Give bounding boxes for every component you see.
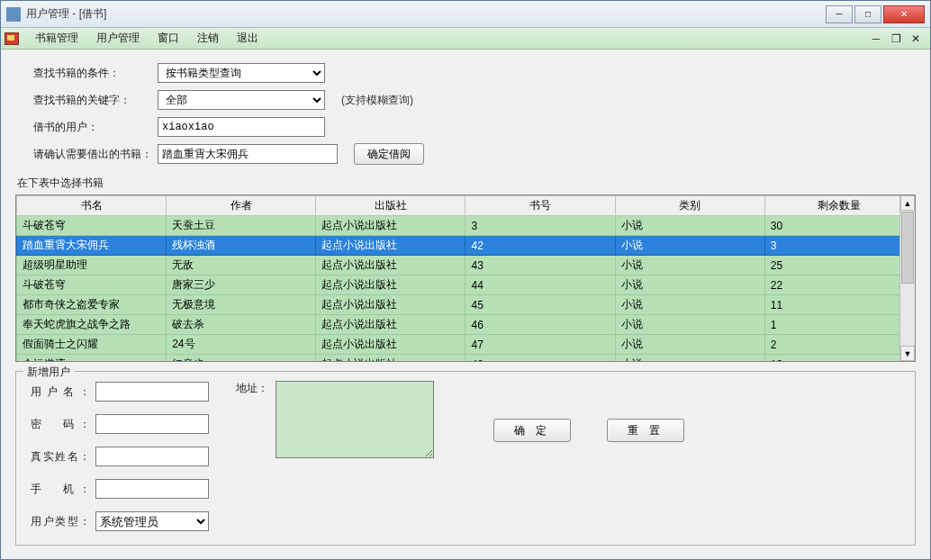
table-cell: 43 (466, 256, 615, 275)
table-cell: 假面骑士之闪耀 (17, 335, 167, 355)
table-cell: 48 (466, 355, 615, 363)
menu-window[interactable]: 窗口 (149, 29, 188, 48)
table-cell: 起点小说出版社 (316, 295, 466, 315)
borrow-user-input[interactable] (158, 117, 325, 137)
table-cell: 都市奇侠之盗爱专家 (17, 295, 167, 315)
menu-logout[interactable]: 注销 (188, 29, 228, 48)
realname-label: 真实姓名： (31, 449, 95, 465)
usertype-combo[interactable]: 系统管理员 (95, 511, 209, 531)
table-cell: 斗破苍穹 (17, 275, 167, 295)
search-panel: 查找书籍的条件： 按书籍类型查询 查找书籍的关键字： 全部 (支持模糊查询) 借… (1, 50, 930, 174)
table-cell: 起点小说出版社 (316, 315, 466, 335)
table-row[interactable]: 超级明星助理无敌起点小说出版社43小说25 (17, 256, 915, 275)
child-form: 查找书籍的条件： 按书籍类型查询 查找书籍的关键字： 全部 (支持模糊查询) 借… (1, 50, 930, 559)
table-cell: 24号 (167, 335, 316, 355)
table-cell: 奉天蛇虎旗之战争之路 (17, 315, 167, 335)
table-cell: 小说 (615, 335, 764, 355)
table-cell: 2 (764, 335, 914, 355)
table-cell: 起点小说出版社 (316, 355, 466, 363)
column-header[interactable]: 书号 (466, 196, 615, 216)
table-cell: 22 (764, 275, 914, 295)
search-keyword-label: 查找书籍的关键字： (33, 93, 158, 108)
book-table[interactable]: 书名作者出版社书号类别剩余数量 斗破苍穹天蚕土豆起点小说出版社3小说30踏血重霄… (16, 195, 915, 362)
reset-button[interactable]: 重置 (607, 419, 684, 442)
table-cell: 无敌 (167, 256, 316, 275)
table-cell: 小说 (615, 275, 764, 295)
table-cell: 起点小说出版社 (316, 275, 466, 295)
menu-book-mgmt[interactable]: 书籍管理 (26, 29, 87, 48)
table-cell: 起点小说出版社 (316, 216, 466, 236)
table-cell: 30 (764, 216, 914, 236)
maximize-button[interactable]: □ (854, 5, 881, 23)
scroll-up-icon[interactable]: ▲ (900, 195, 915, 211)
column-header[interactable]: 作者 (167, 196, 316, 216)
table-cell: 残杯浊酒 (167, 236, 316, 256)
table-cell: 无极意境 (167, 295, 316, 315)
table-row[interactable]: 斗破苍穹唐家三少起点小说出版社44小说22 (17, 275, 915, 295)
table-caption: 在下表中选择书籍 (1, 174, 930, 194)
search-condition-combo[interactable]: 按书籍类型查询 (158, 63, 325, 83)
menu-user-mgmt[interactable]: 用户管理 (87, 29, 149, 48)
column-header[interactable]: 书名 (17, 196, 167, 216)
table-cell: 47 (466, 335, 615, 355)
menu-exit[interactable]: 退出 (228, 29, 267, 48)
app-icon (6, 7, 21, 22)
phone-label: 手 机： (31, 482, 95, 497)
table-cell: 小说 (615, 236, 764, 256)
scroll-down-icon[interactable]: ▼ (900, 346, 915, 361)
table-cell: 1 (764, 315, 914, 335)
table-cell: 超级明星助理 (17, 256, 167, 275)
table-cell: 起点小说出版社 (316, 256, 466, 275)
ok-button[interactable]: 确定 (493, 419, 571, 442)
table-cell: 小说 (615, 315, 764, 335)
table-row[interactable]: 踏血重霄大宋佣兵残杯浊酒起点小说出版社42小说3 (17, 236, 915, 256)
column-header[interactable]: 剩余数量 (764, 196, 914, 216)
table-cell: 红音也 (167, 355, 316, 363)
table-cell: 25 (764, 256, 914, 275)
table-cell: 会运道流 (17, 355, 167, 363)
address-label: 地址： (236, 381, 276, 396)
table-cell: 斗破苍穹 (17, 216, 167, 236)
table-row[interactable]: 奉天蛇虎旗之战争之路破去杀起点小说出版社46小说1 (17, 315, 915, 335)
username-input[interactable] (95, 382, 209, 402)
mdi-minimize-icon[interactable]: ─ (869, 32, 883, 46)
password-input[interactable] (95, 414, 209, 434)
search-hint: (支持模糊查询) (341, 93, 413, 108)
phone-input[interactable] (95, 479, 209, 499)
table-row[interactable]: 斗破苍穹天蚕土豆起点小说出版社3小说30 (17, 216, 915, 236)
table-cell: 13 (764, 355, 914, 363)
table-cell: 小说 (615, 355, 764, 363)
table-cell: 46 (466, 315, 615, 335)
usertype-label: 用户类型： (31, 514, 95, 529)
address-input[interactable] (276, 381, 434, 458)
new-user-groupbox: 新增用户 用户名： 密 码： 真实姓名： (15, 371, 916, 546)
mdi-child-icon[interactable] (5, 32, 19, 45)
minimize-button[interactable]: ─ (826, 5, 853, 23)
scroll-thumb[interactable] (901, 212, 914, 284)
book-table-container: 书名作者出版社书号类别剩余数量 斗破苍穹天蚕土豆起点小说出版社3小说30踏血重霄… (15, 194, 916, 362)
table-cell: 3 (764, 236, 914, 256)
close-button[interactable]: ✕ (883, 5, 925, 23)
mdi-restore-icon[interactable]: ❐ (889, 32, 903, 46)
table-cell: 起点小说出版社 (316, 236, 466, 256)
table-cell: 小说 (615, 216, 764, 236)
table-scrollbar[interactable]: ▲ ▼ (899, 195, 915, 361)
table-cell: 11 (764, 295, 914, 315)
borrow-user-label: 借书的用户： (33, 120, 158, 135)
column-header[interactable]: 出版社 (316, 196, 466, 216)
confirm-book-label: 请确认需要借出的书籍： (33, 147, 158, 162)
table-cell: 小说 (615, 295, 764, 315)
confirm-book-input[interactable] (158, 144, 338, 164)
table-cell: 45 (466, 295, 615, 315)
table-row[interactable]: 会运道流红音也起点小说出版社48小说13 (17, 355, 915, 363)
realname-input[interactable] (95, 447, 209, 466)
window-controls: ─ □ ✕ (826, 5, 925, 23)
new-user-legend: 新增用户 (23, 365, 74, 380)
mdi-close-icon[interactable]: ✕ (908, 32, 923, 46)
search-keyword-combo[interactable]: 全部 (158, 90, 325, 110)
table-cell: 小说 (615, 256, 764, 275)
table-row[interactable]: 都市奇侠之盗爱专家无极意境起点小说出版社45小说11 (17, 295, 915, 315)
table-row[interactable]: 假面骑士之闪耀24号起点小说出版社47小说2 (17, 335, 915, 355)
column-header[interactable]: 类别 (615, 196, 764, 216)
confirm-borrow-button[interactable]: 确定借阅 (354, 143, 424, 165)
